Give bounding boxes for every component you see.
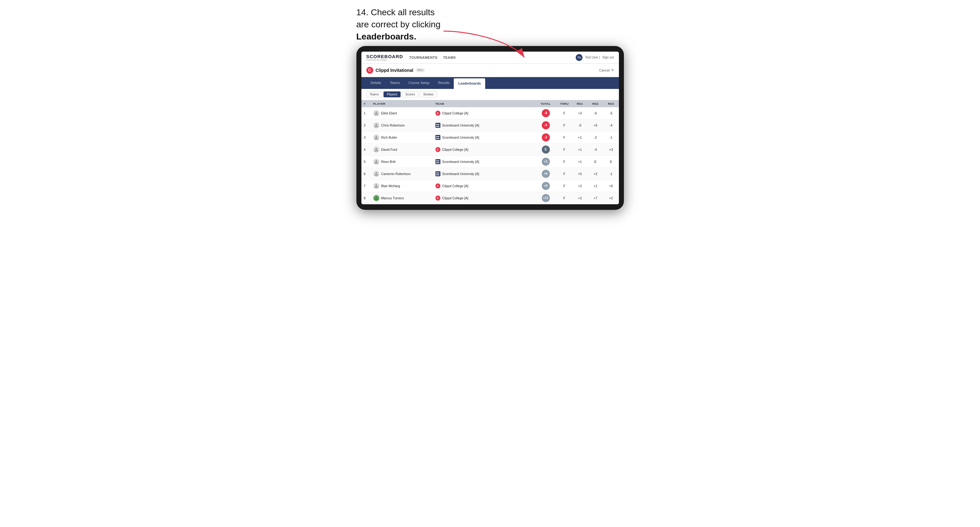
cell-player: Chris Robertson [371,119,433,131]
tab-course-setup[interactable]: Course Setup [404,78,434,88]
cell-rd1: +3 [572,107,588,119]
team-name: Scoreboard University [A] [442,136,479,139]
player-name: Cameron Robertson [381,172,411,176]
table-row: 8Marcus TurnersCClippd College [A]+11F+2… [361,192,619,204]
svg-point-3 [375,136,377,137]
cancel-icon: ✕ [611,68,614,72]
cell-rd1: +1 [572,131,588,143]
filter-row: Teams Players Scores Strokes [361,89,619,100]
tab-leaderboards[interactable]: Leaderboards [454,78,485,89]
cell-pos: 1 [361,107,371,119]
cell-team: CClippd College [A] [433,192,535,204]
cell-team: ■■■■■■Scoreboard University [A] [433,119,535,131]
team-name: Clippd College [A] [442,111,468,115]
nav-tournaments[interactable]: TOURNAMENTS [409,54,438,60]
cell-thru: F [557,168,572,180]
cell-rd1: +2 [572,192,588,204]
player-name: David Ford [381,148,397,151]
sign-out-link[interactable]: Sign out [603,56,614,59]
cell-thru: F [557,143,572,156]
cell-player: Cameron Robertson [371,168,433,180]
filter-strokes[interactable]: Strokes [420,91,437,97]
cell-rd2: -4 [588,143,603,156]
cell-rd3: -4 [603,119,619,131]
app-navbar: SCOREBOARD Powered by clippd TOURNAMENTS… [361,52,619,64]
svg-point-1 [375,111,377,113]
player-avatar [373,159,379,165]
team-name: Clippd College [A] [442,148,468,151]
cell-total: -2 [535,131,557,143]
player-name: Blair McHarg [381,184,400,188]
app-logo: SCOREBOARD Powered by clippd [366,54,403,61]
player-avatar [373,110,379,116]
cell-rd3: -5 [603,107,619,119]
player-avatar [373,122,379,129]
cell-thru: F [557,131,572,143]
nav-teams[interactable]: TEAMS [443,54,456,60]
cell-pos: 3 [361,131,371,143]
team-logo-c: C [436,195,441,200]
table-row: 4David FordCClippd College [A]EF+1-4+3 [361,143,619,156]
cell-pos: 6 [361,168,371,180]
filter-scores[interactable]: Scores [402,91,418,97]
cancel-button[interactable]: Cancel ✕ [599,68,614,72]
cell-thru: F [557,192,572,204]
tab-teams[interactable]: Teams [385,78,404,88]
col-team: TEAM [433,100,535,107]
team-name: Scoreboard University [A] [442,172,479,176]
cell-rd2: +5 [588,119,603,131]
team-name: Clippd College [A] [442,196,468,200]
tab-details[interactable]: Details [366,78,386,88]
svg-point-8 [375,196,377,198]
player-name: Chris Robertson [381,124,405,127]
cell-rd3: -1 [603,168,619,180]
cell-team: ■■■■■■Scoreboard University [A] [433,156,535,168]
cell-rd1: -5 [572,119,588,131]
cell-player: David Ford [371,143,433,156]
player-avatar [373,134,379,141]
team-name: Clippd College [A] [442,184,468,188]
table-row: 3Rich Butler■■■■■■Scoreboard University … [361,131,619,143]
table-row: 1Elliot EbertCClippd College [A]-8F+3-6-… [361,107,619,119]
filter-teams[interactable]: Teams [366,91,382,97]
cell-rd2: +2 [588,168,603,180]
svg-point-7 [375,184,377,186]
cell-pos: 5 [361,156,371,168]
col-thru: THRU [557,100,572,107]
svg-point-2 [375,124,377,125]
tablet-screen: SCOREBOARD Powered by clippd TOURNAMENTS… [361,52,619,204]
cell-pos: 4 [361,143,371,156]
cell-player: Rich Butler [371,131,433,143]
cell-player: Elliot Ebert [371,107,433,119]
cell-player: Rees Britt [371,156,433,168]
col-total: TOTAL [535,100,557,107]
cell-rd2: +1 [588,180,603,192]
team-name: Scoreboard University [A] [442,160,479,163]
team-logo-sb: ■■■■■■ [436,123,441,128]
cell-rd2: -6 [588,107,603,119]
player-name: Rees Britt [381,160,396,163]
tab-results[interactable]: Results [434,78,454,88]
cell-thru: F [557,156,572,168]
cell-thru: F [557,119,572,131]
table-row: 2Chris Robertson■■■■■■Scoreboard Univers… [361,119,619,131]
cell-rd2: E [588,156,603,168]
table-row: 5Rees Britt■■■■■■Scoreboard University [… [361,156,619,168]
leaderboards-keyword: Leaderboards. [356,32,417,41]
cell-team: CClippd College [A] [433,143,535,156]
cell-pos: 7 [361,180,371,192]
player-avatar [373,183,379,189]
cell-pos: 2 [361,119,371,131]
instruction-text: 14. Check all results are correct by cli… [356,6,475,43]
cell-rd1: +2 [572,180,588,192]
cell-thru: F [557,107,572,119]
filter-players[interactable]: Players [383,91,401,97]
cell-pos: 8 [361,192,371,204]
cell-total: -8 [535,107,557,119]
cell-rd3: +6 [603,180,619,192]
tournament-gender: Men [416,68,425,72]
team-logo-sb: ■■■■■■ [436,159,441,164]
col-player: PLAYER [371,100,433,107]
cell-rd2: +7 [588,192,603,204]
cell-team: ■■■■■■Scoreboard University [A] [433,168,535,180]
